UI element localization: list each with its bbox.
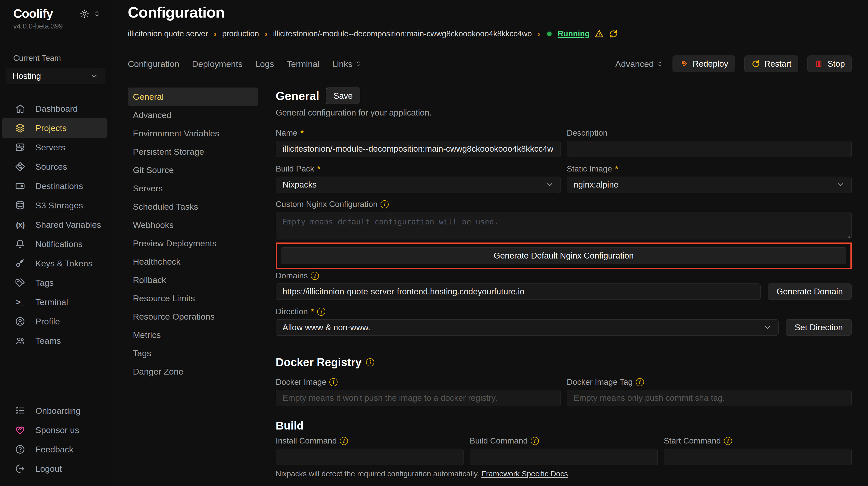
sidebar-item-s3-storages[interactable]: S3 Storages xyxy=(2,196,107,215)
restart-button[interactable]: Restart xyxy=(744,56,798,72)
subnav-advanced[interactable]: Advanced xyxy=(128,106,258,124)
info-icon[interactable] xyxy=(311,272,319,280)
subnav-environment-variables[interactable]: Environment Variables xyxy=(128,124,258,142)
sidebar-item-shared-variables[interactable]: (x) Shared Variables xyxy=(2,215,107,234)
sidebar-item-projects[interactable]: Projects xyxy=(2,118,107,138)
git-source-icon xyxy=(15,162,25,172)
sidebar-item-keys-tokens[interactable]: Keys & Tokens xyxy=(2,254,107,273)
sidebar-item-destinations[interactable]: Destinations xyxy=(2,176,107,196)
subnav-webhooks[interactable]: Webhooks xyxy=(128,216,258,234)
subnav-persistent-storage[interactable]: Persistent Storage xyxy=(128,142,258,161)
framework-docs-link[interactable]: Framework Specific Docs xyxy=(482,469,568,478)
advanced-dropdown[interactable]: Advanced xyxy=(615,59,663,69)
app-version: v4.0.0-beta.399 xyxy=(0,21,111,30)
subnav-rollback[interactable]: Rollback xyxy=(128,271,258,289)
sidebar-item-profile[interactable]: Profile xyxy=(2,312,107,331)
sidebar-item-tags[interactable]: Tags xyxy=(2,273,107,292)
sidebar-item-servers[interactable]: Servers xyxy=(2,138,107,157)
breadcrumb-resource[interactable]: illicitestonion/-module--decomposition:m… xyxy=(273,29,532,38)
tab-deployments[interactable]: Deployments xyxy=(192,59,242,69)
sidebar-item-logout[interactable]: Logout xyxy=(2,459,107,478)
sidebar-item-label: Tags xyxy=(35,278,54,288)
info-icon[interactable] xyxy=(531,437,539,445)
info-icon[interactable] xyxy=(366,358,374,366)
team-select[interactable]: Hosting xyxy=(6,68,105,84)
info-icon[interactable] xyxy=(340,437,348,445)
generate-domain-button[interactable]: Generate Domain xyxy=(768,284,852,300)
sidebar-item-label: Sources xyxy=(35,162,67,172)
subnav-scheduled-tasks[interactable]: Scheduled Tasks xyxy=(128,197,258,216)
stop-button[interactable]: Stop xyxy=(807,56,852,72)
required-marker: * xyxy=(317,164,320,173)
terminal-icon: >_ xyxy=(15,297,25,307)
save-button[interactable]: Save xyxy=(326,88,360,104)
start-command-input[interactable] xyxy=(664,449,852,465)
subnav-preview-deployments[interactable]: Preview Deployments xyxy=(128,234,258,252)
subnav-tags[interactable]: Tags xyxy=(128,344,258,362)
breadcrumb-separator-icon: › xyxy=(213,29,217,39)
required-marker: * xyxy=(615,164,618,173)
direction-select[interactable]: Allow www & non-www. xyxy=(276,319,779,336)
sidebar-item-feedback[interactable]: Feedback xyxy=(2,440,107,459)
subnav-metrics[interactable]: Metrics xyxy=(128,326,258,344)
tags-icon xyxy=(15,278,25,288)
redeploy-button[interactable]: Redeploy xyxy=(673,56,735,72)
subnav-resource-operations[interactable]: Resource Operations xyxy=(128,307,258,326)
description-input[interactable] xyxy=(567,141,852,157)
subnav-resource-limits[interactable]: Resource Limits xyxy=(128,289,258,307)
breadcrumb-project[interactable]: illicitonion quote server xyxy=(128,29,208,38)
warning-icon[interactable] xyxy=(595,29,604,38)
build-pack-select[interactable]: Nixpacks xyxy=(276,176,561,193)
sidebar-item-terminal[interactable]: >_ Terminal xyxy=(2,292,107,312)
main-area: Configuration illicitonion quote server … xyxy=(111,0,868,486)
static-image-select[interactable]: nginx:alpine xyxy=(567,176,852,193)
domains-input[interactable] xyxy=(276,284,761,300)
build-command-input[interactable] xyxy=(470,449,657,465)
nginx-config-textarea[interactable] xyxy=(276,212,852,239)
info-icon[interactable] xyxy=(636,378,644,386)
info-icon[interactable] xyxy=(317,307,325,316)
sidebar-item-label: Keys & Tokens xyxy=(35,259,92,268)
name-input[interactable] xyxy=(276,141,561,157)
sidebar-item-notifications[interactable]: Notifications xyxy=(2,234,107,254)
tab-links[interactable]: Links xyxy=(332,59,362,69)
redeploy-label: Redeploy xyxy=(693,59,728,69)
chevron-down-icon xyxy=(90,72,98,80)
start-command-label: Start Command xyxy=(664,436,721,446)
build-pack-value: Nixpacks xyxy=(283,180,317,190)
theme-sun-icon[interactable] xyxy=(80,9,89,18)
set-direction-button[interactable]: Set Direction xyxy=(786,319,852,336)
sidebar-item-teams[interactable]: Teams xyxy=(2,331,107,350)
sidebar-item-label: Feedback xyxy=(35,445,73,454)
sidebar-item-label: Servers xyxy=(35,142,65,153)
docker-image-input[interactable] xyxy=(276,390,561,406)
info-icon[interactable] xyxy=(330,378,338,386)
chevron-down-icon xyxy=(545,181,554,189)
resize-grip[interactable] xyxy=(845,233,850,238)
docker-image-tag-input[interactable] xyxy=(567,390,852,406)
breadcrumb-environment[interactable]: production xyxy=(222,29,259,38)
subnav-git-source[interactable]: Git Source xyxy=(128,161,258,179)
tab-terminal[interactable]: Terminal xyxy=(287,59,319,69)
generate-nginx-config-button[interactable]: Generate Default Nginx Configuration xyxy=(281,247,846,264)
install-command-input[interactable] xyxy=(276,449,464,465)
tab-configuration[interactable]: Configuration xyxy=(128,59,179,69)
subnav-danger-zone[interactable]: Danger Zone xyxy=(128,362,258,381)
status-badge[interactable]: Running xyxy=(558,29,590,38)
info-icon[interactable] xyxy=(724,437,732,445)
subnav-general[interactable]: General xyxy=(128,88,258,106)
tab-logs[interactable]: Logs xyxy=(255,59,274,69)
sidebar-item-onboarding[interactable]: Onboarding xyxy=(2,401,107,420)
subnav-servers[interactable]: Servers xyxy=(128,179,258,197)
breadcrumb: illicitonion quote server › production ›… xyxy=(128,29,852,39)
theme-switcher-chevrons-icon[interactable] xyxy=(93,10,101,18)
sidebar-item-label: Terminal xyxy=(35,297,68,307)
sidebar-item-dashboard[interactable]: Dashboard xyxy=(2,99,107,118)
status-dot xyxy=(546,31,553,37)
chevron-down-icon xyxy=(763,323,772,332)
sidebar-item-sources[interactable]: Sources xyxy=(2,157,107,176)
subnav-healthcheck[interactable]: Healthcheck xyxy=(128,252,258,271)
info-icon[interactable] xyxy=(380,200,389,208)
refresh-icon[interactable] xyxy=(609,29,618,38)
sidebar-item-sponsor-us[interactable]: Sponsor us xyxy=(2,420,107,440)
